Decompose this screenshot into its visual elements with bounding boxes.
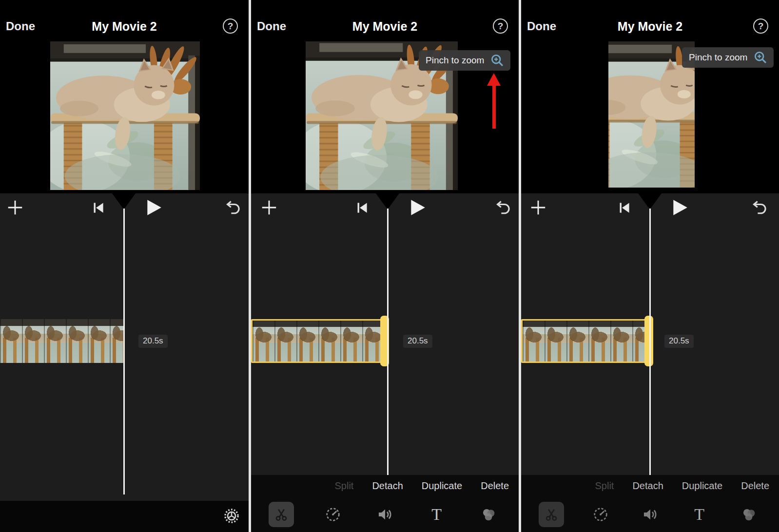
- tooltip-label: Pinch to zoom: [689, 52, 747, 63]
- duration-badge: 20.5s: [664, 335, 694, 348]
- duration-badge: 20.5s: [138, 335, 168, 348]
- pinch-to-zoom-tooltip: Pinch to zoom: [682, 47, 774, 68]
- play-button[interactable]: [144, 198, 163, 217]
- speed-tool-button[interactable]: [588, 502, 613, 527]
- imovie-step-1: Done My Movie 2 ? 20.5s: [0, 0, 249, 532]
- header: Done My Movie 2 ?: [0, 0, 249, 41]
- undo-button[interactable]: [224, 199, 241, 216]
- cat-video-frame: [50, 41, 200, 190]
- clip-edit-toolbar: Split Detach Duplicate Delete T: [251, 475, 519, 532]
- skip-to-start-button[interactable]: [618, 201, 631, 214]
- playhead-notch: [376, 193, 399, 209]
- zoom-in-magnifier-icon: [490, 53, 505, 68]
- play-button[interactable]: [670, 198, 689, 217]
- split-button[interactable]: Split: [335, 480, 354, 492]
- pinch-to-zoom-tooltip: Pinch to zoom: [419, 50, 510, 71]
- project-bar: [0, 501, 249, 532]
- playhead[interactable]: [649, 209, 651, 475]
- play-button[interactable]: [408, 198, 427, 217]
- titles-tool-button[interactable]: T: [424, 502, 449, 527]
- header: Done My Movie 2 ?: [521, 0, 779, 41]
- speed-tool-button[interactable]: [320, 502, 346, 527]
- zoom-in-magnifier-icon: [753, 50, 768, 65]
- annotation-red-up-arrow: [486, 73, 502, 130]
- trim-handle-right[interactable]: [644, 316, 653, 366]
- timeline: 20.5s: [0, 193, 249, 501]
- help-button[interactable]: ?: [223, 19, 238, 34]
- header: Done My Movie 2 ?: [251, 0, 519, 41]
- titles-tool-button[interactable]: T: [687, 502, 712, 527]
- filters-tool-button[interactable]: [476, 502, 501, 527]
- playhead-notch: [638, 193, 662, 209]
- letter-t-icon: T: [694, 505, 704, 524]
- undo-button[interactable]: [494, 199, 511, 216]
- undo-button[interactable]: [751, 199, 767, 216]
- clip-edit-toolbar: Split Detach Duplicate Delete T: [521, 475, 779, 532]
- settings-button[interactable]: [223, 508, 240, 526]
- filters-tool-button[interactable]: [736, 502, 761, 527]
- playhead[interactable]: [387, 209, 389, 475]
- clip-actions: Split Detach Duplicate Delete: [595, 480, 769, 492]
- detach-button[interactable]: Detach: [632, 480, 663, 492]
- question-mark-icon: ?: [758, 21, 764, 32]
- video-clip-filmstrip[interactable]: [0, 319, 123, 363]
- skip-to-start-button[interactable]: [92, 201, 105, 214]
- imovie-step-2: Done My Movie 2 ? Pinch to zoom 20.5s: [251, 0, 519, 532]
- playhead[interactable]: [123, 209, 125, 494]
- imovie-step-3: Done My Movie 2 ? Pinch to zoom 20.5s Sp…: [521, 0, 779, 532]
- duration-badge: 20.5s: [403, 335, 432, 348]
- imovie-tutorial-composite: Done My Movie 2 ? 20.5s Done My Movie 2 …: [0, 0, 779, 532]
- tool-tabs: T: [539, 500, 761, 529]
- duplicate-button[interactable]: Duplicate: [422, 480, 462, 492]
- question-mark-icon: ?: [228, 21, 234, 32]
- skip-to-start-button[interactable]: [355, 201, 369, 214]
- volume-tool-button[interactable]: [638, 502, 663, 527]
- add-media-button[interactable]: [529, 198, 547, 217]
- help-button[interactable]: ?: [753, 19, 768, 34]
- tool-tabs: T: [269, 500, 501, 529]
- video-clip-filmstrip-selected[interactable]: [521, 319, 646, 363]
- add-media-button[interactable]: [6, 198, 24, 217]
- video-clip-filmstrip-selected[interactable]: [251, 319, 382, 363]
- page-title: My Movie 2: [0, 19, 249, 34]
- timeline: 20.5s: [251, 193, 519, 475]
- help-button[interactable]: ?: [493, 19, 508, 34]
- question-mark-icon: ?: [498, 21, 504, 32]
- delete-button[interactable]: Delete: [481, 480, 509, 492]
- page-title: My Movie 2: [251, 19, 519, 34]
- scissors-tool-button[interactable]: [269, 502, 294, 527]
- video-preview[interactable]: [50, 41, 200, 190]
- delete-button[interactable]: Delete: [741, 480, 769, 492]
- add-media-button[interactable]: [260, 198, 278, 217]
- clip-actions: Split Detach Duplicate Delete: [335, 480, 509, 492]
- page-title: My Movie 2: [521, 19, 779, 34]
- volume-tool-button[interactable]: [372, 502, 398, 527]
- tooltip-label: Pinch to zoom: [426, 55, 484, 66]
- timeline: 20.5s: [521, 193, 779, 475]
- playhead-notch: [112, 193, 136, 209]
- detach-button[interactable]: Detach: [372, 480, 403, 492]
- split-button[interactable]: Split: [595, 480, 614, 492]
- duplicate-button[interactable]: Duplicate: [682, 480, 722, 492]
- letter-t-icon: T: [431, 505, 442, 524]
- scissors-tool-button[interactable]: [539, 502, 564, 527]
